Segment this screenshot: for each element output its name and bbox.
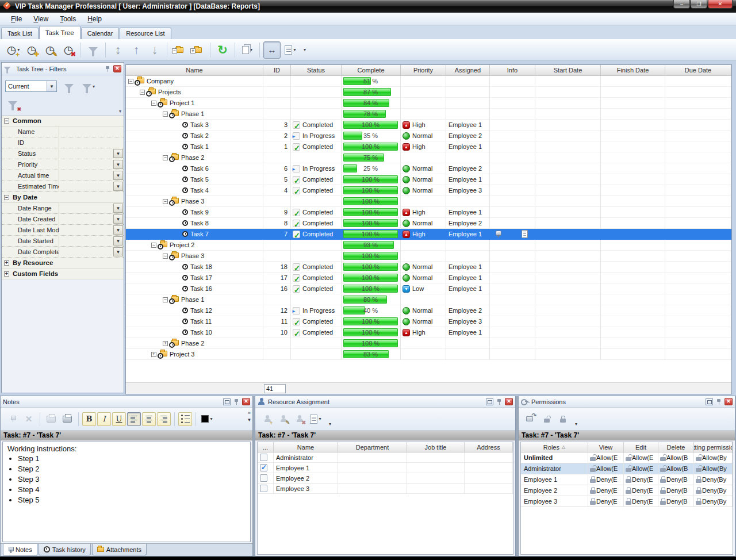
column-header-finish-date[interactable]: Finish Date <box>601 65 665 75</box>
resource-column-header-[interactable]: ... <box>258 442 274 452</box>
tab-task-list[interactable]: Task List <box>1 28 39 39</box>
filter-field-priority[interactable]: Priority▼ <box>2 159 124 170</box>
permissions-column-header-view[interactable]: View <box>588 442 624 452</box>
assign-resource-button[interactable]: ＋ <box>260 412 275 427</box>
resource-row[interactable]: Administrator <box>258 452 513 463</box>
filter-field-id[interactable]: ID <box>2 137 124 148</box>
underline-button[interactable]: U <box>112 412 126 426</box>
column-header-status[interactable]: Status <box>291 65 342 75</box>
task-tree-row[interactable]: −Phase 180 % <box>126 294 731 305</box>
column-header-assigned[interactable]: Assigned <box>446 65 490 75</box>
print-button[interactable] <box>60 412 75 427</box>
expand-box-icon[interactable]: − <box>163 112 168 117</box>
task-tree-row[interactable]: Task 88✓Completed100 %NormalEmployee 2 <box>126 218 731 229</box>
column-header-name[interactable]: Name <box>126 65 263 75</box>
filters-close-button[interactable]: ✕ <box>113 65 121 72</box>
dropdown-arrow-icon[interactable]: ▼ <box>113 160 123 169</box>
filter-field-date-created[interactable]: Date Created▼ <box>2 214 124 225</box>
task-tree-row[interactable]: Task 1818✓Completed100 %NormalEmployee 1 <box>126 262 731 273</box>
new-subtask-button[interactable]: ◷✚ <box>23 41 40 59</box>
permissions-close-button[interactable]: ✕ <box>724 398 733 405</box>
permission-row[interactable]: Employee 3Deny(EDeny(EDeny(BDeny(By <box>521 496 733 507</box>
deny-permission-button[interactable] <box>555 412 570 427</box>
task-tree-row[interactable]: −Company51 % <box>126 76 731 87</box>
dropdown-arrow-icon[interactable]: ▼ <box>113 204 123 213</box>
expand-box-icon[interactable]: − <box>151 243 156 248</box>
print-preview-button[interactable] <box>44 412 59 427</box>
expand-box-icon[interactable]: + <box>4 260 9 266</box>
filter-field-name[interactable]: Name <box>2 126 124 137</box>
expand-box-icon[interactable]: − <box>163 155 168 160</box>
notes-editor[interactable]: Working instructions: Step 1Step 2Step 3… <box>2 442 251 542</box>
toolbar-overflow-icon[interactable]: » <box>248 410 251 416</box>
toolbar-more-icon[interactable]: ▾ <box>248 417 251 423</box>
restore-button[interactable]: ❐ <box>691 0 707 9</box>
expand-box-icon[interactable]: − <box>4 118 9 124</box>
task-tree-row[interactable]: −Phase 3100 % <box>126 196 731 207</box>
task-tree-row[interactable]: Task 99✓Completed100 %▲HighEmployee 1 <box>126 207 731 218</box>
column-header-priority[interactable]: Priority <box>401 65 446 75</box>
filter-section-custom-fields[interactable]: +Custom Fields <box>2 269 124 279</box>
italic-button[interactable]: I <box>97 412 111 426</box>
toolbar-more-icon[interactable]: ▾ <box>575 421 577 427</box>
task-tree-row[interactable]: −Project 184 % <box>126 98 731 109</box>
filter-section-by-resource[interactable]: +By Resource <box>2 258 124 269</box>
clear-filter-button[interactable]: ✖ <box>5 96 20 111</box>
copy-button[interactable]: ▾ <box>239 41 256 59</box>
dropdown-arrow-icon[interactable]: ▼ <box>113 247 123 256</box>
expand-box-icon[interactable]: − <box>128 79 133 84</box>
expand-box-icon[interactable]: + <box>151 352 156 357</box>
expand-box-icon[interactable]: − <box>163 254 168 259</box>
font-color-button[interactable]: ▾ <box>200 412 214 427</box>
filter-field-actual-time[interactable]: Actual time▼ <box>2 170 124 181</box>
task-tree-row[interactable]: −Phase 178 % <box>126 109 731 120</box>
task-tree-row[interactable]: +Project 383 % <box>126 349 731 360</box>
filter-section-common[interactable]: −Common <box>2 116 124 126</box>
expand-box-icon[interactable]: − <box>163 297 168 302</box>
insert-note-button[interactable] <box>5 412 20 427</box>
resource-checkbox[interactable] <box>260 474 267 482</box>
save-filter-button[interactable]: ▾ <box>81 79 96 94</box>
filter-field-date-range[interactable]: Date Range▼ <box>2 203 124 214</box>
menu-tools[interactable]: Tools <box>55 13 81 25</box>
filters-toolbar-overflow-icon[interactable]: ▾ <box>119 109 121 114</box>
resource-report-button[interactable]: ▾ <box>308 412 323 427</box>
task-tree-row[interactable]: Task 1616✓Completed100 %▼LowEmployee 1 <box>126 283 731 294</box>
filter-field-status[interactable]: Status▼ <box>2 148 124 159</box>
dropdown-arrow-icon[interactable]: ▼ <box>113 182 123 191</box>
tab-task-tree[interactable]: Task Tree <box>39 26 80 39</box>
inherit-permissions-button[interactable] <box>523 412 538 427</box>
task-tree-row[interactable]: Task 33✓Completed100 %▲HighEmployee 1 <box>126 120 731 131</box>
permission-row[interactable]: Employee 1Deny(EDeny(EDeny(BDeny(By <box>521 474 733 485</box>
expand-all-button[interactable]: + <box>189 41 206 59</box>
task-tree-row[interactable]: −Phase 275 % <box>126 152 731 163</box>
report-view-button[interactable]: ▾ <box>282 41 299 59</box>
permissions-column-header-delete[interactable]: Delete <box>658 442 694 452</box>
expand-box-icon[interactable]: − <box>151 101 156 106</box>
task-tree-row[interactable]: −Project 293 % <box>126 240 731 251</box>
permission-row[interactable]: UnlimitedAllow(EAllow(EAllow(BAllow(By <box>521 452 733 463</box>
toolbar-more-icon[interactable]: ▾ <box>329 421 331 427</box>
notes-close-button[interactable]: ✕ <box>242 398 250 405</box>
fit-columns-button[interactable]: ↔ <box>263 41 281 59</box>
resource-checkbox[interactable] <box>260 454 267 461</box>
pin-icon[interactable] <box>233 398 239 405</box>
task-tree-row[interactable]: Task 77✓Completed100 %▲HighEmployee 1 <box>126 229 731 240</box>
expand-box-icon[interactable]: − <box>4 195 9 200</box>
edit-task-button[interactable]: ◷✎ <box>41 41 59 59</box>
task-tree-row[interactable]: Task 1111✓Completed100 %NormalEmployee 3 <box>126 316 731 327</box>
align-right-button[interactable] <box>157 412 171 426</box>
pin-icon[interactable] <box>496 398 502 405</box>
edit-assignment-button[interactable]: ✎ <box>276 412 291 427</box>
resource-column-header-jobtitle[interactable]: Job title <box>407 442 465 452</box>
dropdown-arrow-icon[interactable]: ▼ <box>113 171 123 180</box>
minimize-button[interactable]: – <box>673 0 690 9</box>
column-header-id[interactable]: ID <box>263 65 291 75</box>
pin-icon[interactable] <box>716 398 722 405</box>
task-tree-row[interactable]: Task 1010✓Completed100 %▲HighEmployee 1 <box>126 327 731 338</box>
task-tree-row[interactable]: +Phase 2100 % <box>126 338 731 349</box>
resource-column-header-address[interactable]: Address <box>465 442 513 452</box>
pin-icon[interactable] <box>105 66 110 72</box>
restore-panel-icon[interactable] <box>486 398 493 405</box>
column-header-due-date[interactable]: Due Date <box>665 65 731 75</box>
